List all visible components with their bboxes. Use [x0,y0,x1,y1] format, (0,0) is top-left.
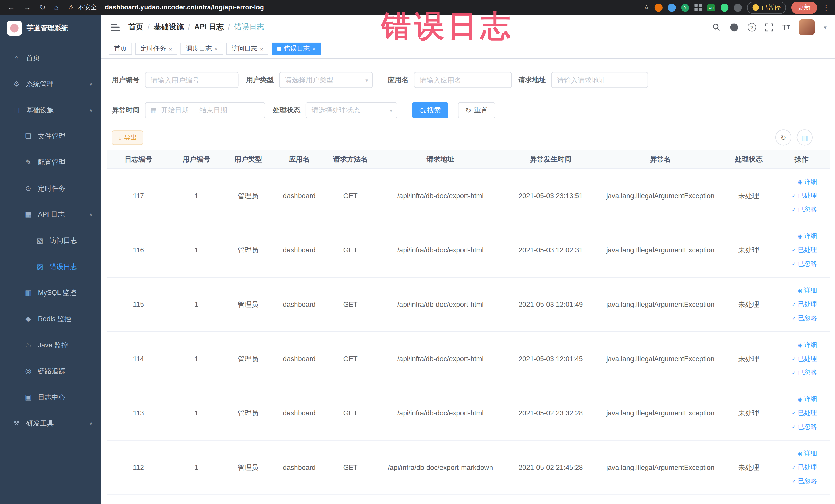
request-url-input[interactable] [551,72,648,88]
update-button[interactable]: 更新 [791,1,817,14]
action-detail[interactable]: ◉详细 [798,284,817,297]
app-name-input[interactable] [414,72,512,88]
fullscreen-icon[interactable] [765,23,773,31]
extensions-grid-icon[interactable] [695,4,702,11]
action-ignored[interactable]: ✓已忽略 [792,257,817,270]
sidebar-item-scheduled-tasks[interactable]: ⊙定时任务 [0,175,101,202]
download-icon: ↓ [118,134,121,141]
sidebar-item-access-log[interactable]: ▧访问日志 [0,227,101,254]
action-processed[interactable]: ✓已处理 [792,352,817,365]
close-icon[interactable]: × [214,45,218,52]
date-range-picker[interactable]: ▦ 开始日期 - 结束日期 [145,102,265,118]
font-size-icon[interactable]: TT [782,23,790,31]
action-detail[interactable]: ◉详细 [798,447,817,460]
action-processed[interactable]: ✓已处理 [792,298,817,311]
user-type-select[interactable]: 请选择用户类型▾ [279,72,373,88]
chevron-up-icon: ∧ [89,107,93,113]
search-icon[interactable] [712,23,720,31]
tab-error-log[interactable]: 错误日志× [272,43,321,55]
address-bar[interactable]: ⚠ 不安全 dashboard.yudao.iocoder.cn/infra/l… [68,3,264,12]
refresh-icon[interactable]: ↻ [775,129,791,145]
logo[interactable]: 芋道管理系统 [0,15,101,42]
file-icon: ❏ [22,132,34,140]
reload-icon[interactable]: ↻ [40,3,46,12]
action-ignored[interactable]: ✓已忽略 [792,312,817,325]
forward-icon[interactable]: → [23,3,31,12]
columns-icon[interactable]: ▦ [797,129,813,145]
sidebar-item-trace[interactable]: ◎链路追踪 [0,358,101,384]
sidebar-item-java-monitor[interactable]: ☕Java 监控 [0,332,101,358]
extension-letter-icon[interactable]: Y [681,3,689,11]
action-processed[interactable]: ✓已处理 [792,189,817,203]
action-detail[interactable]: ◉详细 [798,392,817,406]
process-status-select[interactable]: 请选择处理状态▾ [306,102,398,118]
search-button[interactable]: 搜索 [412,102,448,118]
smiley-icon [753,4,759,11]
sidebar-item-file-mgmt[interactable]: ❏文件管理 [0,123,101,149]
access-log-icon: ▧ [34,237,46,244]
close-icon[interactable]: × [312,45,315,52]
tab-schedule-log[interactable]: 调度日志× [181,43,223,55]
browser-menu-icon[interactable]: ⋮ [822,3,830,12]
export-button[interactable]: ↓导出 [112,130,143,145]
close-icon[interactable]: × [169,45,172,52]
sidebar-item-infrastructure[interactable]: ▤基础设施∧ [0,97,101,123]
help-icon[interactable]: ? [748,23,756,31]
sidebar-item-dev-tools[interactable]: ⚒研发工具∨ [0,410,101,437]
cell-exception-name: java.lang.IllegalArgumentException [596,223,725,277]
tab-home[interactable]: 首页 [108,43,132,55]
extension-on-badge[interactable]: on [707,4,715,11]
sidebar-item-redis-monitor[interactable]: ◆Redis 监控 [0,306,101,332]
browser-home-icon[interactable]: ⌂ [54,3,59,12]
github-icon[interactable] [730,23,738,32]
cell-actions: ◉详细 ✓已处理 ✓已忽略 [773,223,830,277]
breadcrumb-home[interactable]: 首页 [128,22,143,32]
tab-scheduled-tasks[interactable]: 定时任务× [135,43,178,55]
active-tab-dot [277,47,281,51]
sidebar-item-label: API 日志 [38,209,65,219]
extension-paw-icon[interactable] [734,3,742,11]
extension-blue-icon[interactable] [668,3,676,11]
filter-row-2: 异常时间 ▦ 开始日期 - 结束日期 处理状态 请选择处理状态▾ 搜索 ↻重置 [112,102,495,119]
paused-badge[interactable]: 已暂停 [747,1,786,14]
extension-green-icon[interactable] [720,3,729,11]
action-ignored[interactable]: ✓已忽略 [792,475,817,488]
check-icon: ✓ [792,203,796,216]
sidebar-item-mysql-monitor[interactable]: ▥MySQL 监控 [0,280,101,306]
breadcrumb-infrastructure[interactable]: 基础设施 [154,22,184,32]
action-detail[interactable]: ◉详细 [798,338,817,351]
security-label[interactable]: 不安全 [78,3,97,12]
breadcrumb-api-logs[interactable]: API 日志 [194,22,224,32]
sidebar-item-label: 链路追踪 [38,366,65,376]
bookmark-star-icon[interactable]: ☆ [644,4,649,11]
hamburger-icon[interactable] [111,24,120,31]
sidebar-item-system-mgmt[interactable]: ⚙系统管理∨ [0,71,101,97]
action-ignored[interactable]: ✓已忽略 [792,366,817,379]
user-id-input[interactable] [145,72,239,88]
logo-image [7,21,22,36]
select-placeholder: 请选择用户类型 [285,75,333,85]
action-processed[interactable]: ✓已处理 [792,461,817,474]
sidebar-item-log-center[interactable]: ▣日志中心 [0,384,101,410]
action-ignored[interactable]: ✓已忽略 [792,420,817,434]
extension-orange-icon[interactable] [655,3,663,11]
sidebar-item-config-mgmt[interactable]: ✎配置管理 [0,149,101,175]
tab-access-log[interactable]: 访问日志× [226,43,268,55]
action-ignored[interactable]: ✓已忽略 [792,203,817,216]
sidebar-item-home[interactable]: ⌂首页 [0,45,101,71]
action-detail[interactable]: ◉详细 [798,175,817,189]
sidebar-item-error-log[interactable]: ▨错误日志 [0,254,101,280]
action-processed[interactable]: ✓已处理 [792,243,817,257]
action-processed[interactable]: ✓已处理 [792,406,817,420]
header-icons: ? TT ▾ [712,19,827,35]
reset-button[interactable]: ↻重置 [458,102,495,118]
close-icon[interactable]: × [260,45,263,52]
sidebar-item-api-logs[interactable]: ▦API 日志∧ [0,201,101,227]
user-avatar[interactable] [799,19,815,35]
cell-user-id: 1 [170,386,223,440]
col-status: 处理状态 [725,150,773,168]
back-icon[interactable]: ← [7,3,15,12]
action-detail[interactable]: ◉详细 [798,229,817,243]
avatar-caret-icon[interactable]: ▾ [824,24,826,30]
url-text[interactable]: dashboard.yudao.iocoder.cn/infra/log/api… [105,4,264,11]
